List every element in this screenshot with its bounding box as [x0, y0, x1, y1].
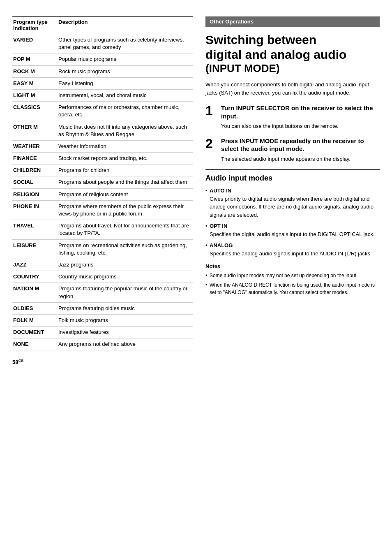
notes-title: Notes	[205, 263, 380, 269]
program-type: DOCUMENT	[12, 327, 58, 338]
program-desc: Instrumental, vocal, and choral music	[58, 89, 193, 101]
program-type: FINANCE	[12, 153, 58, 164]
step-heading: Turn INPUT SELECTOR on the receiver to s…	[221, 104, 380, 120]
step-2: 2 Press INPUT MODE repeatedly on the rec…	[205, 137, 380, 163]
program-desc: Programs of religious content	[58, 188, 193, 200]
program-desc: Performances of major orchestras, chambe…	[58, 102, 193, 121]
program-desc: Programs about people and the things tha…	[58, 176, 193, 188]
program-type: CHILDREN	[12, 164, 58, 176]
program-type: OTHER M	[12, 121, 58, 140]
program-type: SOCIAL	[12, 176, 58, 188]
title-line1: Switching between	[205, 32, 380, 47]
program-desc: Music that does not fit into any categor…	[58, 121, 193, 140]
right-column: Other Operations Switching between digit…	[205, 16, 380, 540]
program-type: FOLK M	[12, 314, 58, 326]
col1-header: Program type indication	[12, 17, 58, 34]
section-header: Other Operations	[205, 16, 380, 27]
title-line3: (INPUT MODE)	[205, 62, 380, 75]
table-row: ROCK MRock music programs	[12, 65, 193, 77]
program-type: NONE	[12, 338, 58, 350]
program-type: PHONE IN	[12, 200, 58, 220]
program-desc: Weather information	[58, 140, 193, 152]
table-row: WEATHERWeather information	[12, 140, 193, 152]
table-row: SOCIALPrograms about people and the thin…	[12, 176, 193, 188]
step-1: 1 Turn INPUT SELECTOR on the receiver to…	[205, 104, 380, 130]
table-row: PHONE INPrograms where members of the pu…	[12, 200, 193, 220]
program-desc: Jazz programs	[58, 259, 193, 271]
program-desc: Other types of programs such as celebrit…	[58, 34, 193, 53]
mode-item: AUTO INGives priority to digital audio s…	[205, 187, 380, 219]
mode-desc: Gives priority to digital audio signals …	[210, 196, 374, 218]
program-type: VARIED	[12, 34, 58, 53]
program-type: COUNTRY	[12, 271, 58, 283]
table-row: CLASSICSPerformances of major orchestras…	[12, 102, 193, 121]
program-desc: Easy Listening	[58, 77, 193, 89]
mode-desc: Specifies the analog audio signals input…	[210, 250, 372, 257]
table-row: POP MPopular music programs	[12, 53, 193, 65]
program-desc: Programs featuring the popular music of …	[58, 283, 193, 302]
table-row: OTHER MMusic that does not fit into any …	[12, 121, 193, 140]
audio-modes-title: Audio input modes	[205, 169, 380, 183]
table-row: COUNTRYCountry music programs	[12, 271, 193, 283]
title-line2: digital and analog audio	[205, 47, 380, 62]
program-type: ROCK M	[12, 65, 58, 77]
table-row: LIGHT MInstrumental, vocal, and choral m…	[12, 89, 193, 101]
program-desc: Folk music programs	[58, 314, 193, 326]
program-type: CLASSICS	[12, 102, 58, 121]
table-row: NATION MPrograms featuring the popular m…	[12, 283, 193, 302]
program-desc: Programs where members of the public exp…	[58, 200, 193, 220]
table-row: EASY MEasy Listening	[12, 77, 193, 89]
step-content: Press INPUT MODE repeatedly on the recei…	[221, 137, 380, 163]
main-title: Switching between digital and analog aud…	[205, 32, 380, 75]
mode-item: OPT INSpecifies the digital audio signal…	[205, 222, 380, 238]
page-number: 58GB	[12, 359, 193, 365]
step-content: Turn INPUT SELECTOR on the receiver to s…	[221, 104, 380, 130]
program-desc: Rock music programs	[58, 65, 193, 77]
program-type: OLDIES	[12, 302, 58, 314]
program-type: LIGHT M	[12, 89, 58, 101]
step-number: 1	[205, 104, 217, 130]
table-row: VARIEDOther types of programs such as ce…	[12, 34, 193, 53]
step-desc: The selected audio input mode appears on…	[221, 155, 380, 163]
intro-text: When you connect components to both digi…	[205, 81, 380, 97]
step-number: 2	[205, 137, 217, 163]
program-type: EASY M	[12, 77, 58, 89]
mode-name: ANALOG	[210, 242, 233, 248]
program-desc: Stock market reports and trading, etc.	[58, 153, 193, 164]
step-heading: Press INPUT MODE repeatedly on the recei…	[221, 137, 380, 153]
note-item: When the ANALOG DIRECT function is being…	[205, 281, 380, 296]
program-desc: Programs on recreational activities such…	[58, 239, 193, 259]
program-desc: Programs about travel. Not for announcem…	[58, 220, 193, 239]
table-row: JAZZJazz programs	[12, 259, 193, 271]
table-row: RELIGIONPrograms of religious content	[12, 188, 193, 200]
program-desc: Country music programs	[58, 271, 193, 283]
table-row: TRAVELPrograms about travel. Not for ann…	[12, 220, 193, 239]
program-desc: Programs featuring oldies music	[58, 302, 193, 314]
mode-name: AUTO IN	[210, 188, 231, 194]
program-type-table: Program type indication Description VARI…	[12, 16, 193, 350]
program-type: LEISURE	[12, 239, 58, 259]
mode-desc: Specifies the digital audio signals inpu…	[210, 231, 374, 237]
program-desc: Any programs not defined above	[58, 338, 193, 350]
col2-header: Description	[58, 17, 193, 34]
program-type: RELIGION	[12, 188, 58, 200]
left-column: Program type indication Description VARI…	[12, 16, 193, 540]
program-type: NATION M	[12, 283, 58, 302]
step-desc: You can also use the input buttons on th…	[221, 122, 380, 130]
note-item: Some audio input modes may not be set up…	[205, 272, 380, 279]
table-row: CHILDRENPrograms for children	[12, 164, 193, 176]
table-row: LEISUREPrograms on recreational activiti…	[12, 239, 193, 259]
program-type: TRAVEL	[12, 220, 58, 239]
program-desc: Investigative features	[58, 327, 193, 338]
mode-name: OPT IN	[210, 223, 227, 229]
table-row: NONEAny programs not defined above	[12, 338, 193, 350]
program-type: POP M	[12, 53, 58, 65]
program-type: JAZZ	[12, 259, 58, 271]
table-row: DOCUMENTInvestigative features	[12, 327, 193, 338]
program-desc: Popular music programs	[58, 53, 193, 65]
notes-section: Notes Some audio input modes may not be …	[205, 263, 380, 296]
page-container: Program type indication Description VARI…	[0, 0, 392, 556]
program-desc: Programs for children	[58, 164, 193, 176]
program-type: WEATHER	[12, 140, 58, 152]
table-row: FOLK MFolk music programs	[12, 314, 193, 326]
